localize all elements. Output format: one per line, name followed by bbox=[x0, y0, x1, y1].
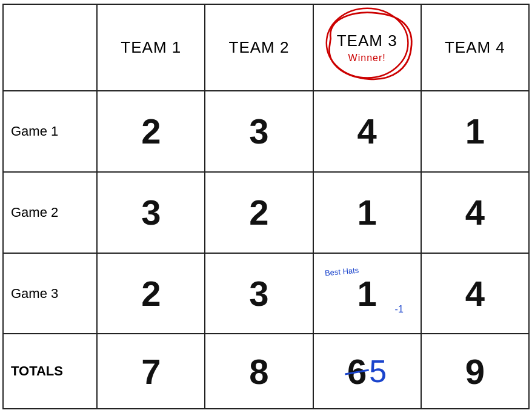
game2-row: Game 2 3 2 1 4 bbox=[3, 172, 529, 253]
totals-label: TOTALS bbox=[3, 334, 97, 409]
totals-row: TOTALS 7 8 6 5 bbox=[3, 334, 529, 409]
header-team3: TEAM 3 Winner! bbox=[313, 4, 421, 91]
game1-row: Game 1 2 3 4 1 bbox=[3, 91, 529, 172]
game2-label: Game 2 bbox=[3, 172, 97, 253]
new-five: 5 bbox=[369, 353, 387, 389]
game2-team1: 3 bbox=[97, 172, 205, 253]
game1-team1: 2 bbox=[97, 91, 205, 172]
game1-team3: 4 bbox=[313, 91, 421, 172]
header-team2: TEAM 2 bbox=[205, 4, 313, 91]
game3-row: Game 3 2 3 Best Hats 1 -1 4 bbox=[3, 253, 529, 334]
header-team4: TEAM 4 bbox=[421, 4, 529, 91]
game3-label: Game 3 bbox=[3, 253, 97, 334]
game1-team4: 1 bbox=[421, 91, 529, 172]
best-hats-annotation: Best Hats bbox=[324, 265, 359, 279]
header-row: TEAM 1 TEAM 2 TEAM 3 Winner! bbox=[3, 4, 529, 91]
totals-team3: 6 5 bbox=[313, 334, 421, 409]
score-table: TEAM 1 TEAM 2 TEAM 3 Winner! bbox=[2, 4, 530, 409]
minus-one-annotation: -1 bbox=[395, 304, 404, 315]
game3-team2: 3 bbox=[205, 253, 313, 334]
totals-team1: 7 bbox=[97, 334, 205, 409]
game2-team3: 1 bbox=[313, 172, 421, 253]
game3-team4: 4 bbox=[421, 253, 529, 334]
score-table-wrapper: TEAM 1 TEAM 2 TEAM 3 Winner! bbox=[0, 0, 532, 413]
struck-six: 6 bbox=[347, 351, 367, 392]
game3-team3: Best Hats 1 -1 bbox=[313, 253, 421, 334]
game2-team4: 4 bbox=[421, 172, 529, 253]
game3-team1: 2 bbox=[97, 253, 205, 334]
totals-team2: 8 bbox=[205, 334, 313, 409]
game2-team2: 2 bbox=[205, 172, 313, 253]
total-team3-value: 6 5 bbox=[347, 351, 387, 392]
game1-team2: 3 bbox=[205, 91, 313, 172]
header-team1: TEAM 1 bbox=[97, 4, 205, 91]
totals-team4: 9 bbox=[421, 334, 529, 409]
header-empty-cell bbox=[3, 4, 97, 91]
game1-label: Game 1 bbox=[3, 91, 97, 172]
